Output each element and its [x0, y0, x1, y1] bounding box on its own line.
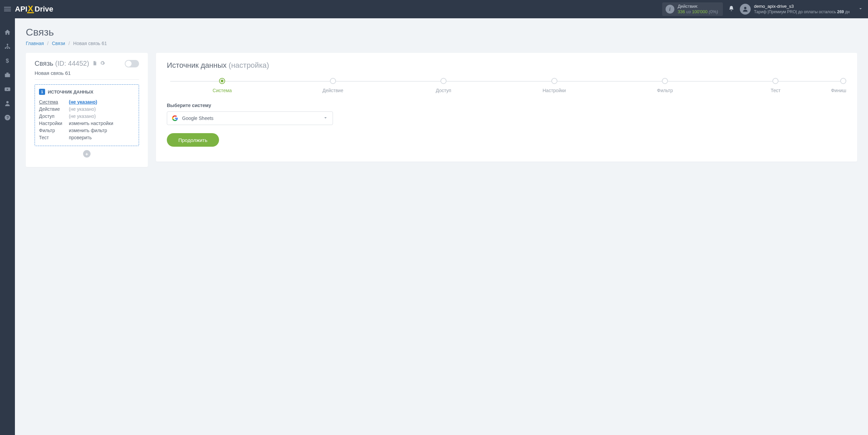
row-filter-value[interactable]: изменить фильтр: [69, 128, 107, 133]
card-title-id: (ID: 44452): [55, 60, 89, 67]
user-menu[interactable]: demo_apix-drive_s3 Тариф |Премиум PRO| д…: [740, 4, 853, 15]
setup-card: Источник данных (настройка) Система Дейс…: [156, 53, 857, 162]
actions-of: из: [686, 9, 691, 14]
row-access-label: Доступ: [39, 112, 69, 120]
chevron-down-icon: [323, 116, 328, 121]
sidebar-video-icon[interactable]: [0, 82, 15, 96]
svg-text:API: API: [15, 5, 27, 13]
source-data-box: 1 ИСТОЧНИК ДАННЫХ Система (не указано) Д…: [35, 84, 139, 146]
step-test[interactable]: Тест: [720, 78, 831, 93]
svg-rect-1: [4, 9, 11, 9]
breadcrumb-connections[interactable]: Связи: [52, 41, 65, 46]
stepper: Система Действие Доступ Настройки Фильтр: [167, 78, 846, 93]
step-finish[interactable]: Финиш: [831, 78, 846, 93]
step-access[interactable]: Доступ: [388, 78, 499, 93]
svg-point-10: [7, 47, 8, 49]
row-system-value[interactable]: (не указано): [69, 99, 97, 105]
sidebar-help-icon[interactable]: ?: [0, 110, 15, 125]
select-system-label: Выберите систему: [167, 103, 846, 108]
connection-name: Новая связь 61: [35, 70, 139, 76]
continue-button[interactable]: Продолжить: [167, 133, 219, 147]
row-access-value: (не указано): [69, 113, 96, 119]
logo[interactable]: API X Drive: [15, 0, 83, 18]
actions-percent: (0%): [709, 9, 718, 14]
step-system[interactable]: Система: [167, 78, 277, 93]
breadcrumb-current: Новая связь 61: [73, 41, 107, 46]
setup-title: Источник данных: [167, 61, 226, 69]
svg-text:?: ?: [6, 115, 9, 120]
svg-text:X: X: [28, 5, 33, 13]
actions-label: Действия:: [678, 4, 718, 9]
tariff-info: Тариф |Премиум PRO| до оплаты осталось 2…: [754, 9, 850, 15]
gear-icon[interactable]: [100, 61, 105, 67]
app-header: API X Drive i Действия: 336 из 100'000 (…: [0, 0, 868, 18]
source-badge: 1: [39, 89, 45, 95]
step-settings[interactable]: Настройки: [499, 78, 609, 93]
svg-point-7: [744, 7, 746, 9]
source-box-title: ИСТОЧНИК ДАННЫХ: [48, 89, 93, 95]
connection-toggle[interactable]: [125, 60, 139, 67]
sidebar-connections-icon[interactable]: [0, 39, 15, 54]
notifications-icon[interactable]: [723, 5, 740, 13]
sidebar-home-icon[interactable]: [0, 25, 15, 39]
step-filter[interactable]: Фильтр: [610, 78, 720, 93]
divider: [35, 79, 139, 80]
svg-rect-2: [4, 11, 11, 11]
row-test-value[interactable]: проверить: [69, 135, 92, 140]
avatar-icon: [740, 4, 751, 15]
page-title: Связь: [26, 26, 857, 38]
setup-subtitle: (настройка): [229, 61, 269, 69]
row-filter-label: Фильтр: [39, 127, 69, 134]
sidebar-billing-icon[interactable]: $: [0, 54, 15, 68]
connection-summary-card: Связь (ID: 44452) Новая связь 61 1 ИСТОЧ…: [26, 53, 148, 167]
actions-total: 100'000: [692, 9, 708, 14]
svg-text:Drive: Drive: [35, 5, 53, 13]
row-system-label: Система: [39, 98, 69, 105]
row-test-label: Тест: [39, 134, 69, 141]
sidebar: $ ?: [0, 18, 15, 175]
sidebar-briefcase-icon[interactable]: [0, 68, 15, 82]
info-icon: i: [666, 5, 674, 14]
row-settings-label: Настройки: [39, 120, 69, 127]
svg-rect-13: [5, 74, 10, 77]
username: demo_apix-drive_s3: [754, 4, 850, 9]
add-destination-button[interactable]: +: [83, 150, 91, 158]
row-settings-value[interactable]: изменить настройки: [69, 121, 113, 126]
svg-text:$: $: [6, 58, 9, 64]
step-action[interactable]: Действие: [277, 78, 388, 93]
document-icon[interactable]: [92, 61, 99, 67]
svg-point-8: [7, 44, 8, 45]
row-action-label: Действие: [39, 105, 69, 112]
system-select-value: Google Sheets: [182, 116, 214, 121]
breadcrumb: Главная / Связи / Новая связь 61: [26, 41, 857, 46]
svg-rect-14: [6, 72, 9, 74]
sidebar-profile-icon[interactable]: [0, 96, 15, 110]
breadcrumb-home[interactable]: Главная: [26, 41, 44, 46]
google-icon: [172, 115, 178, 121]
actions-count: 336: [678, 9, 685, 14]
svg-rect-0: [4, 7, 11, 7]
row-action-value: (не указано): [69, 106, 96, 112]
card-title-label: Связь: [35, 60, 53, 67]
header-expand-icon[interactable]: [853, 6, 868, 12]
svg-point-17: [6, 101, 9, 103]
hamburger-menu[interactable]: [0, 0, 15, 18]
svg-rect-5: [27, 12, 34, 13]
actions-counter[interactable]: i Действия: 336 из 100'000 (0%): [662, 2, 723, 16]
system-select[interactable]: Google Sheets: [167, 111, 333, 125]
